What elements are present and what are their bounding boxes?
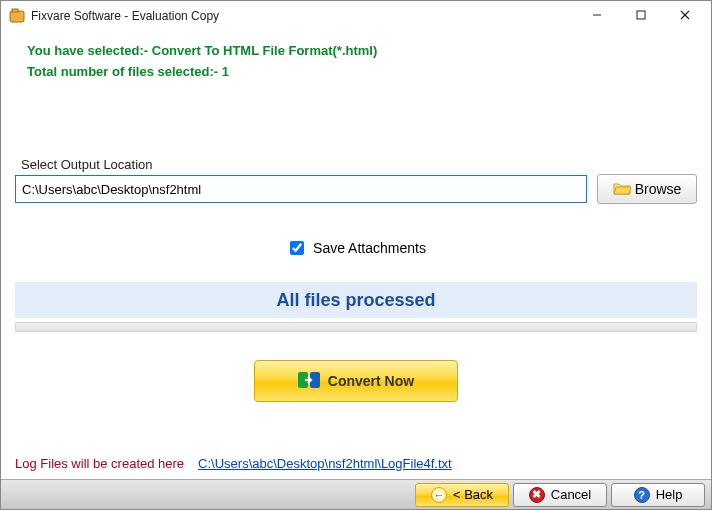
progress-bar — [15, 322, 697, 332]
maximize-button[interactable] — [619, 1, 663, 29]
browse-label: Browse — [635, 181, 682, 197]
log-file-link[interactable]: C:\Users\abc\Desktop\nsf2html\LogFile4f.… — [198, 456, 452, 471]
help-icon: ? — [634, 487, 650, 503]
svg-rect-1 — [12, 9, 18, 12]
save-attachments-label: Save Attachments — [313, 240, 426, 256]
arrow-left-icon: ← — [431, 487, 447, 503]
titlebar: Fixvare Software - Evaluation Copy — [1, 1, 711, 31]
convert-now-button[interactable]: Convert Now — [254, 360, 458, 402]
help-label: Help — [656, 487, 683, 502]
output-location-label: Select Output Location — [21, 157, 697, 172]
svg-rect-0 — [10, 11, 24, 22]
footer-bar: ← < Back ✖ Cancel ? Help — [1, 479, 711, 509]
output-path-input[interactable] — [15, 175, 587, 203]
browse-button[interactable]: Browse — [597, 174, 697, 204]
back-label: < Back — [453, 487, 493, 502]
back-button[interactable]: ← < Back — [415, 483, 509, 507]
status-text: All files processed — [276, 290, 435, 311]
folder-icon — [613, 181, 631, 198]
cancel-icon: ✖ — [529, 487, 545, 503]
app-icon — [9, 8, 25, 24]
status-bar: All files processed — [15, 282, 697, 318]
convert-icon — [298, 370, 320, 393]
svg-rect-3 — [637, 11, 645, 19]
window-title: Fixvare Software - Evaluation Copy — [31, 9, 575, 23]
convert-label: Convert Now — [328, 373, 414, 389]
minimize-button[interactable] — [575, 1, 619, 29]
save-attachments-checkbox[interactable] — [290, 241, 304, 255]
file-count-message: Total number of files selected:- 1 — [27, 64, 697, 79]
cancel-label: Cancel — [551, 487, 591, 502]
log-label: Log Files will be created here — [15, 456, 184, 471]
selected-format-message: You have selected:- Convert To HTML File… — [27, 43, 697, 58]
cancel-button[interactable]: ✖ Cancel — [513, 483, 607, 507]
help-button[interactable]: ? Help — [611, 483, 705, 507]
close-button[interactable] — [663, 1, 707, 29]
